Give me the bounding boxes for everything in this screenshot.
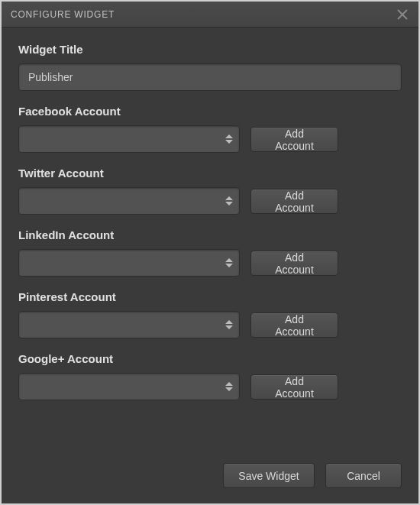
dialog-titlebar: CONFIGURE WIDGET: [2, 2, 418, 28]
close-icon[interactable]: [396, 8, 409, 21]
configure-widget-dialog: CONFIGURE WIDGET Widget Title Facebook A…: [0, 0, 420, 505]
googleplus-account-label: Google+ Account: [18, 352, 402, 365]
facebook-add-account-button[interactable]: Add Account: [250, 127, 338, 152]
googleplus-account-row: Add Account: [18, 373, 402, 400]
linkedin-account-select[interactable]: [18, 249, 240, 277]
googleplus-account-select[interactable]: [18, 373, 240, 400]
twitter-add-account-button[interactable]: Add Account: [250, 189, 338, 214]
pinterest-account-label: Pinterest Account: [18, 290, 402, 303]
twitter-account-row: Add Account: [18, 187, 402, 215]
stepper-icon: [224, 378, 234, 395]
pinterest-account-row: Add Account: [18, 311, 402, 338]
stepper-icon: [224, 254, 234, 271]
linkedin-account-label: LinkedIn Account: [18, 228, 402, 241]
linkedin-account-row: Add Account: [18, 249, 402, 277]
stepper-icon: [224, 193, 234, 209]
googleplus-add-account-button[interactable]: Add Account: [250, 374, 338, 400]
save-widget-button[interactable]: Save Widget: [223, 463, 315, 488]
facebook-account-row: Add Account: [18, 125, 402, 153]
stepper-icon: [224, 131, 234, 147]
widget-title-label: Widget Title: [18, 43, 402, 56]
cancel-button[interactable]: Cancel: [325, 463, 402, 488]
twitter-account-select[interactable]: [18, 187, 240, 215]
dialog-title: CONFIGURE WIDGET: [11, 9, 396, 20]
dialog-footer: Save Widget Cancel: [2, 463, 418, 488]
facebook-account-label: Facebook Account: [18, 105, 402, 118]
pinterest-add-account-button[interactable]: Add Account: [250, 312, 338, 338]
linkedin-add-account-button[interactable]: Add Account: [250, 251, 338, 276]
twitter-account-label: Twitter Account: [18, 167, 402, 180]
facebook-account-select[interactable]: [18, 125, 240, 153]
dialog-content: Widget Title Facebook Account Add Accoun…: [2, 28, 418, 400]
stepper-icon: [224, 316, 234, 333]
pinterest-account-select[interactable]: [18, 311, 240, 338]
widget-title-input[interactable]: [18, 63, 402, 91]
